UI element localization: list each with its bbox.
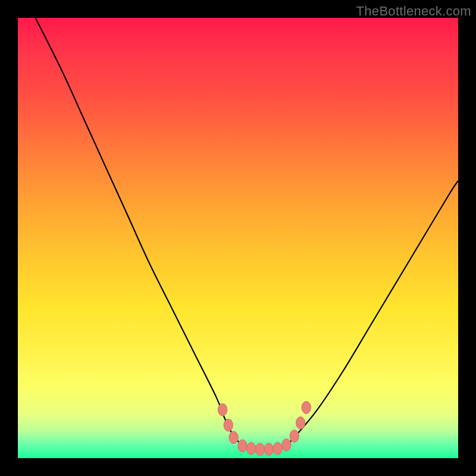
curve-marker [302,402,311,414]
curve-marker [218,403,227,416]
curve-markers [218,402,311,456]
curve-marker [296,416,305,429]
curve-marker [273,442,282,455]
curve-svg [18,18,458,458]
plot-area [18,18,458,458]
curve-marker [238,440,247,452]
curve-marker [264,443,273,456]
curve-marker [282,439,291,451]
curve-marker [255,443,264,456]
curve-marker [229,431,238,444]
bottleneck-curve [36,18,458,450]
curve-marker [247,442,256,455]
chart-frame: TheBottleneck.com [0,0,476,476]
curve-marker [290,430,299,443]
curve-marker [224,419,233,431]
watermark-text: TheBottleneck.com [356,4,471,19]
